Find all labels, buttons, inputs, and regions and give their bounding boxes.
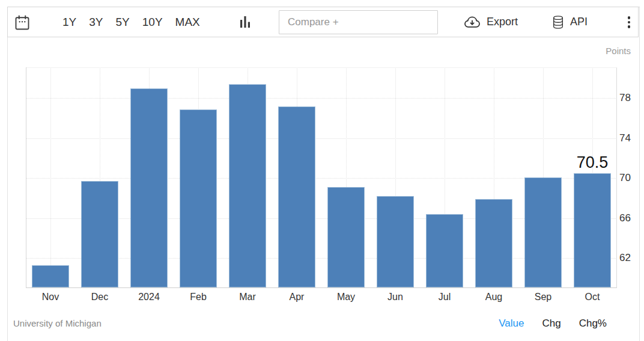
api-label: API: [570, 16, 588, 28]
y-axis-unit-label: Points: [606, 46, 631, 56]
chart-type-button[interactable]: [238, 14, 253, 30]
cloud-download-icon: [463, 15, 481, 29]
calendar-icon: [14, 14, 31, 31]
footer-link-chgpct[interactable]: Chg%: [579, 318, 607, 330]
footer-link-value[interactable]: Value: [499, 318, 524, 330]
compare-input[interactable]: [279, 10, 438, 34]
range-button-max[interactable]: MAX: [175, 16, 200, 29]
range-button-5y[interactable]: 5Y: [116, 16, 130, 29]
api-button[interactable]: API: [551, 7, 588, 37]
database-icon: [551, 14, 565, 30]
footer-link-chg[interactable]: Chg: [542, 318, 561, 330]
range-selector: 1Y 3Y 5Y 10Y MAX: [62, 7, 200, 37]
export-label: Export: [487, 16, 518, 28]
range-button-10y[interactable]: 10Y: [142, 16, 163, 29]
bar-chart-icon: [238, 14, 252, 30]
export-button[interactable]: Export: [463, 7, 518, 37]
range-button-3y[interactable]: 3Y: [89, 16, 103, 29]
range-button-1y[interactable]: 1Y: [62, 16, 76, 29]
toolbar: 1Y 3Y 5Y 10Y MAX Export: [7, 7, 639, 37]
plot-area: [26, 67, 617, 288]
chart-widget: 1Y 3Y 5Y 10Y MAX Export: [0, 0, 644, 341]
calendar-button[interactable]: [14, 14, 31, 31]
more-options-button[interactable]: [622, 12, 636, 32]
footer-links: Value Chg Chg%: [499, 318, 607, 330]
source-label: University of Michigan: [13, 318, 102, 328]
